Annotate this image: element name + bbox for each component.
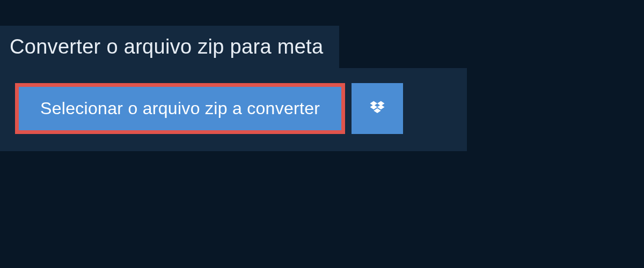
select-file-button[interactable]: Selecionar o arquivo zip a converter bbox=[19, 87, 341, 130]
converter-panel: Selecionar o arquivo zip a converter bbox=[0, 68, 467, 151]
select-file-highlight: Selecionar o arquivo zip a converter bbox=[15, 83, 345, 134]
button-row: Selecionar o arquivo zip a converter bbox=[15, 83, 452, 134]
header-tab: Converter o arquivo zip para meta bbox=[0, 26, 339, 68]
page-title: Converter o arquivo zip para meta bbox=[10, 35, 323, 58]
dropbox-button[interactable] bbox=[352, 83, 403, 134]
dropbox-icon bbox=[368, 99, 387, 118]
